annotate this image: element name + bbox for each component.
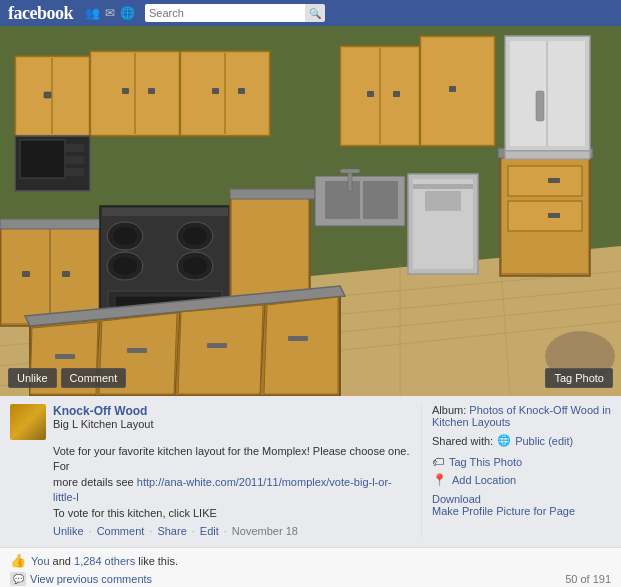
view-previous-comments[interactable]: 💬 View previous comments (10, 572, 152, 586)
add-location-label: Add Location (452, 474, 516, 486)
svg-rect-75 (505, 151, 590, 159)
svg-point-45 (183, 257, 207, 275)
search-box: 🔍 (145, 4, 325, 22)
album-label: Album: (432, 404, 466, 416)
add-location-action[interactable]: 📍 Add Location (432, 473, 611, 487)
svg-rect-34 (62, 271, 70, 277)
tag-icon: 🏷 (432, 455, 444, 469)
svg-rect-33 (22, 271, 30, 277)
interactions: 👍 You and 1,284 others like this. 💬 View… (0, 548, 621, 587)
svg-rect-92 (288, 336, 308, 341)
shared-with-label: Shared with: (432, 435, 493, 447)
post-subtitle: Big L Kitchen Layout (53, 418, 411, 430)
globe-icon: 🌐 (497, 434, 511, 447)
svg-marker-87 (178, 305, 263, 394)
sep3: · (192, 524, 195, 539)
location-icon: 📍 (432, 473, 447, 487)
svg-rect-79 (425, 191, 461, 211)
shared-with-value[interactable]: Public (edit) (515, 435, 573, 447)
svg-rect-26 (20, 140, 65, 178)
post-left: Knock-Off Wood Big L Kitchen Layout Vote… (10, 404, 411, 539)
download-section: Download Make Profile Picture for Page (432, 493, 611, 517)
svg-rect-78 (413, 184, 473, 189)
photo-actions-right: Tag Photo (545, 368, 613, 388)
shared-with: Shared with: 🌐 Public (edit) (432, 434, 611, 447)
likes-row: 👍 You and 1,284 others like this. (10, 553, 611, 568)
post-title-area: Knock-Off Wood Big L Kitchen Layout (53, 404, 411, 430)
tag-photo-action[interactable]: 🏷 Tag This Photo (432, 455, 611, 469)
comments-count: 50 of 191 (565, 573, 611, 585)
svg-rect-63 (449, 86, 456, 92)
svg-rect-29 (66, 168, 84, 176)
you-link[interactable]: You (31, 555, 50, 567)
sep4: · (224, 524, 227, 539)
post-body: Vote for your favorite kitchen layout fo… (53, 444, 411, 539)
svg-point-41 (183, 227, 207, 245)
post-info: Knock-Off Wood Big L Kitchen Layout Vote… (0, 396, 621, 548)
svg-rect-27 (66, 144, 84, 152)
header-bar: facebook 👥 ✉ 🌐 🔍 (0, 0, 621, 26)
svg-rect-60 (340, 169, 360, 173)
svg-rect-58 (363, 181, 398, 219)
post-header: Knock-Off Wood Big L Kitchen Layout (10, 404, 411, 440)
unlike-link[interactable]: Unlike (53, 524, 84, 539)
post-page-name[interactable]: Knock-Off Wood (53, 404, 147, 418)
post-meta: Unlike · Comment · Share · Edit · Novemb… (53, 524, 411, 539)
messages-icon[interactable]: ✉ (105, 6, 115, 20)
sep1: · (89, 524, 92, 539)
avatar-image (10, 404, 46, 440)
svg-rect-54 (367, 91, 374, 97)
comment-button[interactable]: Comment (61, 368, 127, 388)
header-icons: 👥 ✉ 🌐 (85, 6, 135, 20)
notifications-icon[interactable]: 🌐 (120, 6, 135, 20)
svg-rect-57 (325, 181, 360, 219)
svg-rect-69 (548, 213, 560, 218)
svg-marker-88 (264, 297, 338, 394)
photo-area: Unlike Comment Tag Photo (0, 26, 621, 396)
svg-rect-89 (55, 354, 75, 359)
likes-text: You and 1,284 others like this. (31, 555, 178, 567)
thumbs-up-icon: 👍 (10, 553, 26, 568)
sep2: · (149, 524, 152, 539)
svg-point-39 (113, 227, 137, 245)
unlike-button[interactable]: Unlike (8, 368, 57, 388)
edit-link[interactable]: Edit (200, 524, 219, 539)
svg-rect-35 (0, 219, 105, 229)
tag-photo-button[interactable]: Tag Photo (545, 368, 613, 388)
post-body-line3: To vote for this kitchen, click LIKE (53, 507, 217, 519)
svg-point-43 (113, 257, 137, 275)
photo-actions-left: Unlike Comment (8, 368, 126, 388)
search-input[interactable] (145, 4, 305, 22)
svg-rect-90 (127, 348, 147, 353)
friends-icon[interactable]: 👥 (85, 6, 100, 20)
post-body-link[interactable]: http://ana-white.com/2011/11/momplex/vot… (53, 476, 392, 503)
svg-rect-50 (230, 189, 315, 199)
svg-rect-67 (548, 178, 560, 183)
svg-rect-18 (122, 88, 129, 94)
right-actions: 🏷 Tag This Photo 📍 Add Location (432, 455, 611, 487)
comment-link[interactable]: Comment (97, 524, 145, 539)
svg-rect-68 (508, 201, 582, 231)
svg-rect-14 (44, 92, 51, 98)
others-link[interactable]: 1,284 others (74, 555, 135, 567)
view-prev-label: View previous comments (30, 573, 152, 585)
svg-rect-66 (508, 166, 582, 196)
download-link[interactable]: Download (432, 493, 611, 505)
share-link[interactable]: Share (157, 524, 186, 539)
tag-photo-label: Tag This Photo (449, 456, 522, 468)
post-right: Album: Photos of Knock-Off Wood in Kitch… (421, 404, 611, 539)
svg-rect-28 (66, 156, 84, 164)
comment-box-icon: 💬 (10, 572, 26, 586)
svg-rect-91 (207, 343, 227, 348)
post-body-line2: more details see http://ana-white.com/20… (53, 476, 392, 503)
svg-rect-37 (102, 208, 228, 216)
svg-rect-62 (422, 38, 493, 144)
post-body-line1: Vote for your favorite kitchen layout fo… (53, 445, 409, 472)
make-profile-link[interactable]: Make Profile Picture for Page (432, 505, 611, 517)
svg-rect-74 (536, 91, 544, 121)
search-button[interactable]: 🔍 (305, 4, 325, 22)
svg-rect-19 (148, 88, 155, 94)
facebook-logo: facebook (8, 3, 73, 24)
comments-row: 💬 View previous comments 50 of 191 (10, 572, 611, 586)
svg-rect-59 (348, 171, 352, 191)
